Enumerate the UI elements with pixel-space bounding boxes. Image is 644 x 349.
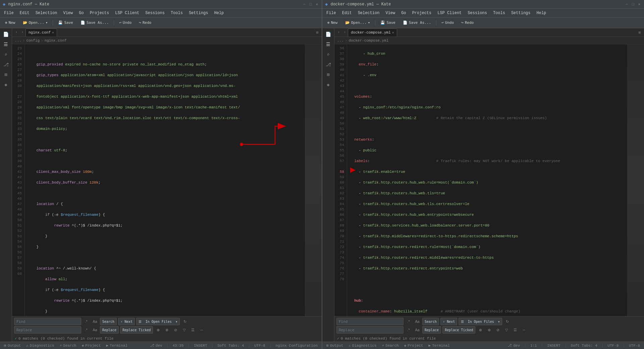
left-status-branch[interactable]: ⎇ dev [149, 342, 164, 349]
right-menu-settings[interactable]: Settings [508, 10, 533, 16]
left-replace-fn2-btn[interactable]: ⊗ [163, 326, 170, 334]
right-replace-fn3-btn[interactable]: ⊘ [494, 326, 501, 334]
right-find-refresh-btn[interactable]: ↻ [503, 318, 511, 325]
right-tab-pin-btn[interactable]: ⊞ [637, 30, 643, 36]
right-next-btn[interactable]: › Next [440, 318, 457, 325]
left-replace-regex-btn[interactable]: .* [83, 326, 90, 334]
left-replace-fn6-btn[interactable]: ↔ [198, 326, 205, 334]
right-status-search[interactable]: ⌕ Search [380, 342, 400, 349]
right-status-encoding[interactable]: UTF-8 [606, 342, 620, 349]
right-menu-lsp[interactable]: LSP Client [435, 10, 464, 16]
right-code-content[interactable]: - hub_cron env_file: - .env volumes: - n… [347, 44, 627, 316]
right-status-terminal[interactable]: ▶ Terminal [427, 342, 451, 349]
left-close-btn[interactable]: ✕ [315, 2, 319, 6]
right-close-btn[interactable]: ✕ [637, 2, 641, 6]
left-menu-view[interactable]: View [60, 10, 75, 16]
left-status-mode[interactable]: INSERT [193, 342, 209, 349]
left-menu-projects[interactable]: Projects [87, 10, 112, 16]
left-find-input[interactable] [14, 318, 81, 325]
left-replace-fn1-btn[interactable]: ⊕ [154, 326, 162, 334]
right-search-btn[interactable]: Search [422, 318, 439, 325]
left-find-case-btn[interactable]: Aa [91, 318, 99, 325]
left-undo-btn[interactable]: ↩ Undo [116, 19, 135, 26]
right-maximize-btn[interactable]: □ [631, 2, 635, 6]
right-sidebar-outline-icon[interactable]: ☰ [324, 40, 333, 49]
right-status-indent[interactable]: Soft Tabs: 4 [570, 342, 599, 349]
left-code-content[interactable]: gzip_proxied expired no-cache no-store p… [25, 44, 305, 316]
right-replace-btn[interactable]: Replace [422, 326, 441, 334]
left-status-indent[interactable]: Soft Tabs: 4 [216, 342, 245, 349]
left-menu-sessions[interactable]: Sessions [143, 10, 167, 16]
left-sidebar-search-icon[interactable]: ⌕ [1, 50, 11, 59]
right-find-input[interactable] [336, 318, 404, 325]
left-tab-pin-btn[interactable]: ⊞ [314, 30, 320, 36]
right-status-line-col[interactable]: 1:1 [529, 342, 538, 349]
right-new-btn[interactable]: ⊕ New [324, 19, 341, 26]
right-status-branch[interactable]: ⎇ dev [506, 342, 521, 349]
left-menu-selection[interactable]: Selection [33, 10, 60, 16]
left-find-refresh-btn[interactable]: ↻ [181, 318, 189, 325]
right-menu-sessions[interactable]: Sessions [465, 10, 490, 16]
left-scope-btn[interactable]: ☰ In Open Files ▾ [136, 318, 180, 325]
right-minimize-btn[interactable]: ─ [625, 2, 629, 6]
left-status-diagnostics[interactable]: ⚠ Diagnostics [25, 342, 55, 349]
left-tab-nginx-close[interactable]: ✕ [52, 31, 54, 35]
right-status-output[interactable]: ⊞ Output [325, 342, 344, 349]
right-menu-help[interactable]: Help [534, 10, 549, 16]
left-saveas-btn[interactable]: 📄 Save As... [77, 19, 112, 26]
left-sidebar-outline-icon[interactable]: ☰ [1, 40, 11, 49]
left-search-btn[interactable]: Search [100, 318, 117, 325]
left-replace-fn5-btn[interactable]: ☰ [189, 326, 197, 334]
right-replace-fn1-btn[interactable]: ⊕ [477, 326, 484, 334]
right-undo-btn[interactable]: ↩ Undo [438, 19, 457, 26]
left-replace-fn4-btn[interactable]: ▽ [180, 326, 188, 334]
right-find-regex-btn[interactable]: .* [405, 318, 412, 325]
left-replace-fn3-btn[interactable]: ⊘ [172, 326, 179, 334]
left-status-project[interactable]: ◈ Project [80, 342, 102, 349]
right-menu-selection[interactable]: Selection [355, 10, 382, 16]
right-find-case-btn[interactable]: Aa [414, 318, 421, 325]
right-tab-docker-close[interactable]: ✕ [392, 31, 394, 35]
right-tab-next-btn[interactable]: › [342, 30, 348, 36]
right-sidebar-git-icon[interactable]: ⎇ [324, 60, 333, 69]
left-minimize-btn[interactable]: ─ [302, 2, 307, 6]
right-replace-fn6-btn[interactable]: ↔ [520, 326, 528, 334]
left-status-search[interactable]: ⌕ Search [58, 342, 77, 349]
left-menu-tools[interactable]: Tools [168, 10, 185, 16]
left-replace-case-btn[interactable]: Aa [91, 326, 99, 334]
right-replace-fn2-btn[interactable]: ⊗ [485, 326, 493, 334]
right-menu-projects[interactable]: Projects [410, 10, 434, 16]
left-new-btn[interactable]: ⊕ New [2, 19, 18, 26]
left-sidebar-project-icon[interactable]: ⊞ [1, 70, 11, 79]
left-menu-lsp[interactable]: LSP Client [112, 10, 142, 16]
right-tab-docker[interactable]: docker-compose.yml ✕ [348, 29, 397, 37]
right-menu-edit[interactable]: Edit [339, 10, 355, 16]
left-sidebar-lsp-icon[interactable]: ◈ [1, 80, 11, 89]
left-status-output[interactable]: ⊞ Output [3, 342, 22, 349]
left-status-encoding[interactable]: UTF-8 [253, 342, 267, 349]
left-maximize-btn[interactable]: □ [309, 2, 313, 6]
right-replace-ticked-btn[interactable]: Replace Ticked [442, 326, 475, 334]
left-find-regex-btn[interactable]: .* [83, 318, 90, 325]
right-replace-fn4-btn[interactable]: ▽ [503, 326, 510, 334]
left-menu-go[interactable]: Go [76, 10, 86, 16]
left-replace-ticked-btn[interactable]: Replace Ticked [120, 326, 153, 334]
left-menu-settings[interactable]: Settings [186, 10, 211, 16]
left-next-btn[interactable]: › Next [118, 318, 135, 325]
left-redo-btn[interactable]: ↪ Redo [136, 19, 154, 26]
left-replace-input[interactable] [14, 326, 81, 334]
right-open-btn[interactable]: 📂 Open... ▾ [342, 19, 373, 26]
left-status-line-col[interactable]: 43:35 [171, 342, 185, 349]
right-saveas-btn[interactable]: 📄 Save As... [400, 19, 434, 26]
left-tab-nginx[interactable]: nginx.conf ✕ [25, 29, 57, 37]
right-replace-case-btn[interactable]: Aa [414, 326, 421, 334]
left-status-terminal[interactable]: ▶ Terminal [105, 342, 129, 349]
right-tab-prev-btn[interactable]: ‹ [336, 30, 342, 36]
left-status-filetype[interactable]: nginx Configuration [274, 342, 319, 349]
left-menu-file[interactable]: File [1, 10, 16, 16]
right-menu-tools[interactable]: Tools [490, 10, 508, 16]
right-replace-regex-btn[interactable]: .* [405, 326, 412, 334]
left-sidebar-git-icon[interactable]: ⎇ [1, 60, 11, 69]
left-replace-btn[interactable]: Replace [100, 326, 119, 334]
left-menu-edit[interactable]: Edit [17, 10, 32, 16]
